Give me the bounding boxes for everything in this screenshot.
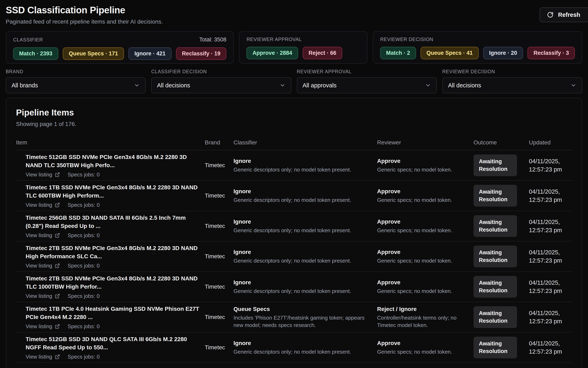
panel-title: Pipeline Items <box>16 108 572 118</box>
card-header: REVIEWER APPROVAL <box>246 37 360 42</box>
table-body: Timetec 512GB SSD NVMe PCIe Gen3x4 8Gb/s… <box>16 150 572 368</box>
stat-badge: Ignore · 20 <box>483 47 523 59</box>
filter-select[interactable]: All brands <box>6 77 146 93</box>
filter-group: REVIEWER DECISION All decisions <box>442 69 582 93</box>
specs-jobs-label: Specs jobs: 0 <box>68 354 100 360</box>
outcome-badge: Awaiting Resolution <box>474 306 517 328</box>
item-cell: Timetec 2TB SSD NVMe PCIe Gen3x4 8Gb/s M… <box>16 244 205 269</box>
view-listing-link[interactable]: View listing <box>26 293 60 299</box>
updated-cell: 04/11/2025, 12:57:23 pm <box>529 157 572 174</box>
filter-group: BRAND All brands <box>6 69 146 93</box>
view-listing-label: View listing <box>26 323 52 330</box>
reviewer-note: Generic specs; no model token. <box>377 287 469 295</box>
view-listing-label: View listing <box>26 354 52 360</box>
stat-badge: Reject · 66 <box>303 47 342 59</box>
reviewer-approval-stats-card: REVIEWER APPROVAL Approve · 2884 Reject … <box>239 31 367 64</box>
outcome-badge: Awaiting Resolution <box>474 215 517 237</box>
filter-select[interactable]: All decisions <box>442 77 582 93</box>
table-row: Timetec 1TB SSD NVMe PCIe Gen3x4 8Gb/s M… <box>16 180 572 211</box>
chevron-down-icon <box>570 82 577 88</box>
table-row: Timetec 256GB SSD 3D NAND SATA III 6Gb/s… <box>16 211 572 241</box>
item-links: View listing Specs jobs: 0 <box>26 263 200 269</box>
item-links: View listing Specs jobs: 0 <box>26 323 200 330</box>
classifier-cell: Ignore Generic descriptors only; no mode… <box>233 279 377 295</box>
classifier-decision: Ignore <box>233 157 372 165</box>
view-listing-link[interactable]: View listing <box>26 354 60 360</box>
item-title: Timetec 512GB SSD NVMe PCIe Gen3x4 8Gb/s… <box>26 153 200 169</box>
panel-subtitle: Showing page 1 of 176. <box>16 121 572 127</box>
refresh-icon <box>547 11 553 18</box>
classifier-note: Generic descriptors only; no model token… <box>233 348 372 356</box>
brand-cell: Timetec <box>205 344 233 351</box>
outcome-cell: Awaiting Resolution <box>474 276 529 298</box>
view-listing-link[interactable]: View listing <box>26 172 60 178</box>
classifier-badges: Match · 2393 Queue Specs · 171 Ignore · … <box>13 47 226 60</box>
view-listing-link[interactable]: View listing <box>26 263 60 269</box>
reviewer-cell: Approve Generic specs; no model token. <box>377 218 474 234</box>
item-cell: Timetec 2TB SSD NVMe PCIe Gen3x4 8Gb/s M… <box>16 275 205 299</box>
classifier-note: Generic descriptors only; no model token… <box>233 287 372 295</box>
table-row: Timetec 512GB SSD NVMe PCIe Gen3x4 8Gb/s… <box>16 150 572 180</box>
external-link-icon <box>55 172 60 177</box>
stat-badge: Match · 2393 <box>13 47 58 60</box>
brand-cell: Timetec <box>205 284 233 290</box>
reviewer-cell: Approve Generic specs; no model token. <box>377 248 474 264</box>
specs-jobs-label: Specs jobs: 0 <box>68 293 100 299</box>
external-link-icon <box>55 324 60 329</box>
refresh-button[interactable]: Refresh <box>540 7 588 22</box>
filter-group: REVIEWER APPROVAL All approvals <box>297 69 437 93</box>
page-title: SSD Classification Pipeline <box>6 5 582 16</box>
external-link-icon <box>55 354 60 359</box>
reviewer-note: Controller/heatsink terms only; no Timet… <box>377 314 469 329</box>
view-listing-link[interactable]: View listing <box>26 232 60 239</box>
item-title: Timetec 512GB SSD 3D NAND QLC SATA III 6… <box>26 335 200 352</box>
classifier-note: Generic descriptors only; no model token… <box>233 196 372 204</box>
filter-label: REVIEWER APPROVAL <box>297 69 437 74</box>
table-row: Timetec 256GB SSD NVMe PCIe Gen3x4 8Gb/s… <box>16 362 572 368</box>
item-title: Timetec 1TB PCIe 4.0 Heatsink Gaming SSD… <box>26 305 200 321</box>
updated-cell: 04/11/2025, 12:57:23 pm <box>529 279 572 295</box>
brand-cell: Timetec <box>205 314 233 320</box>
view-listing-link[interactable]: View listing <box>26 323 60 330</box>
classifier-decision: Queue Specs <box>233 305 372 313</box>
reviewer-cell: Approve Generic specs; no model token. <box>377 188 474 204</box>
classifier-decision: Ignore <box>233 340 372 347</box>
specs-jobs-label: Specs jobs: 0 <box>68 172 100 178</box>
column-header: Reviewer <box>377 139 474 146</box>
brand-cell: Timetec <box>205 193 233 199</box>
header-text: SSD Classification Pipeline Paginated fe… <box>6 5 582 25</box>
item-links: View listing Specs jobs: 0 <box>26 172 200 178</box>
specs-jobs-label: Specs jobs: 0 <box>68 263 100 269</box>
classifier-cell: Ignore Generic descriptors only; no mode… <box>233 218 377 234</box>
item-links: View listing Specs jobs: 0 <box>26 354 200 360</box>
updated-cell: 04/11/2025, 12:57:23 pm <box>529 218 572 234</box>
pipeline-panel: Pipeline Items Showing page 1 of 176. It… <box>6 98 582 368</box>
classifier-cell: Ignore Generic descriptors only; no mode… <box>233 340 377 356</box>
item-links: View listing Specs jobs: 0 <box>26 232 200 239</box>
reviewer-cell: Reject / Ignore Controller/heatsink term… <box>377 305 474 329</box>
stat-badge: Match · 2 <box>380 47 416 59</box>
filter-group: CLASSIFIER DECISION All decisions <box>151 69 291 93</box>
classifier-decision: Ignore <box>233 188 372 195</box>
view-listing-link[interactable]: View listing <box>26 202 60 208</box>
reviewer-note: Generic specs; no model token. <box>377 257 469 264</box>
reviewer-decision-stats-card: REVIEWER DECISION Match · 2 Queue Specs … <box>373 31 582 64</box>
outcome-badge: Awaiting Resolution <box>474 276 517 298</box>
reviewer-cell: Approve Generic specs; no model token. <box>377 157 474 173</box>
outcome-cell: Awaiting Resolution <box>474 155 529 176</box>
outcome-badge: Awaiting Resolution <box>474 246 517 267</box>
classifier-total: Total: 3508 <box>199 37 226 43</box>
view-listing-label: View listing <box>26 202 52 208</box>
reviewer-note: Generic specs; no model token. <box>377 196 469 204</box>
filter-selected-value: All brands <box>11 82 38 89</box>
reviewer-decision: Reject / Ignore <box>377 305 469 313</box>
classifier-stats-card: CLASSIFIER Total: 3508 Match · 2393 Queu… <box>6 31 234 64</box>
filter-select[interactable]: All approvals <box>297 77 437 93</box>
outcome-badge: Awaiting Resolution <box>474 185 517 207</box>
updated-cell: 04/11/2025, 12:57:23 pm <box>529 339 572 356</box>
reviewer-note: Generic specs; no model token. <box>377 348 469 356</box>
filter-select[interactable]: All decisions <box>151 77 291 93</box>
external-link-icon <box>55 294 60 299</box>
reviewer-decision: Approve <box>377 340 469 347</box>
item-links: View listing Specs jobs: 0 <box>26 293 200 299</box>
